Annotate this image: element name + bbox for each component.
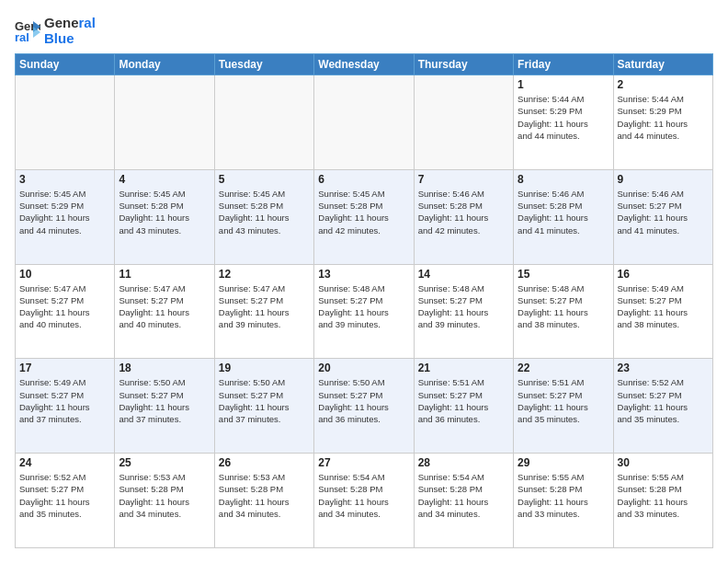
calendar-day-18: 18Sunrise: 5:50 AMSunset: 5:27 PMDayligh…: [115, 359, 214, 454]
logo-text: General Blue: [44, 15, 96, 46]
day-number: 17: [19, 362, 110, 374]
page: Gene ral General Blue SundayMondayTuesda…: [0, 0, 728, 563]
day-info: Sunrise: 5:53 AMSunset: 5:28 PMDaylight:…: [219, 471, 310, 520]
calendar-empty-cell: [314, 75, 414, 170]
calendar-empty-cell: [16, 75, 115, 170]
calendar-day-16: 16Sunrise: 5:49 AMSunset: 5:27 PMDayligh…: [613, 264, 712, 359]
day-info: Sunrise: 5:44 AMSunset: 5:29 PMDaylight:…: [618, 93, 709, 142]
day-info: Sunrise: 5:53 AMSunset: 5:28 PMDaylight:…: [119, 471, 210, 520]
calendar-empty-cell: [214, 75, 313, 170]
calendar-day-7: 7Sunrise: 5:46 AMSunset: 5:28 PMDaylight…: [414, 169, 513, 264]
day-number: 11: [119, 268, 210, 281]
day-info: Sunrise: 5:46 AMSunset: 5:27 PMDaylight:…: [618, 188, 709, 236]
day-number: 20: [318, 362, 409, 374]
day-info: Sunrise: 5:54 AMSunset: 5:28 PMDaylight:…: [318, 471, 409, 520]
day-info: Sunrise: 5:50 AMSunset: 5:27 PMDaylight:…: [219, 376, 310, 425]
calendar-week-row: 10Sunrise: 5:47 AMSunset: 5:27 PMDayligh…: [16, 264, 713, 359]
day-info: Sunrise: 5:51 AMSunset: 5:27 PMDaylight:…: [518, 376, 609, 425]
calendar-day-10: 10Sunrise: 5:47 AMSunset: 5:27 PMDayligh…: [16, 264, 115, 359]
calendar-day-24: 24Sunrise: 5:52 AMSunset: 5:27 PMDayligh…: [16, 454, 115, 548]
calendar-day-13: 13Sunrise: 5:48 AMSunset: 5:27 PMDayligh…: [314, 264, 414, 359]
calendar-day-4: 4Sunrise: 5:45 AMSunset: 5:28 PMDaylight…: [115, 169, 214, 264]
logo-icon: Gene ral: [15, 17, 40, 43]
calendar-week-row: 1Sunrise: 5:44 AMSunset: 5:29 PMDaylight…: [16, 75, 713, 170]
weekday-header-sunday: Sunday: [16, 54, 115, 75]
day-number: 28: [418, 456, 509, 469]
day-number: 8: [518, 173, 609, 186]
day-number: 30: [618, 456, 709, 469]
calendar-day-28: 28Sunrise: 5:54 AMSunset: 5:28 PMDayligh…: [414, 454, 513, 548]
day-number: 4: [119, 173, 210, 186]
day-info: Sunrise: 5:45 AMSunset: 5:28 PMDaylight:…: [219, 188, 310, 236]
day-number: 29: [518, 456, 609, 469]
weekday-header-tuesday: Tuesday: [214, 54, 313, 75]
day-number: 10: [19, 268, 110, 281]
day-info: Sunrise: 5:51 AMSunset: 5:27 PMDaylight:…: [418, 376, 509, 425]
calendar-day-23: 23Sunrise: 5:52 AMSunset: 5:27 PMDayligh…: [613, 359, 712, 454]
day-info: Sunrise: 5:52 AMSunset: 5:27 PMDaylight:…: [19, 471, 110, 520]
calendar-day-22: 22Sunrise: 5:51 AMSunset: 5:27 PMDayligh…: [514, 359, 613, 454]
day-number: 15: [518, 268, 609, 281]
day-number: 21: [418, 362, 509, 374]
calendar-day-27: 27Sunrise: 5:54 AMSunset: 5:28 PMDayligh…: [314, 454, 414, 548]
day-number: 14: [418, 268, 509, 281]
calendar-day-2: 2Sunrise: 5:44 AMSunset: 5:29 PMDaylight…: [613, 75, 712, 170]
calendar-day-11: 11Sunrise: 5:47 AMSunset: 5:27 PMDayligh…: [115, 264, 214, 359]
day-number: 9: [618, 173, 709, 186]
calendar-day-6: 6Sunrise: 5:45 AMSunset: 5:28 PMDaylight…: [314, 169, 414, 264]
day-number: 1: [518, 78, 609, 91]
weekday-header-saturday: Saturday: [613, 54, 712, 75]
day-number: 23: [618, 362, 709, 374]
calendar-day-29: 29Sunrise: 5:55 AMSunset: 5:28 PMDayligh…: [514, 454, 613, 548]
svg-text:ral: ral: [15, 30, 29, 43]
day-number: 2: [618, 78, 709, 91]
calendar-week-row: 3Sunrise: 5:45 AMSunset: 5:29 PMDaylight…: [16, 169, 713, 264]
weekday-header-row: SundayMondayTuesdayWednesdayThursdayFrid…: [16, 54, 713, 75]
day-number: 6: [318, 173, 409, 186]
day-number: 27: [318, 456, 409, 469]
day-number: 25: [119, 456, 210, 469]
day-number: 22: [518, 362, 609, 374]
day-info: Sunrise: 5:45 AMSunset: 5:28 PMDaylight:…: [119, 188, 210, 236]
calendar-table: SundayMondayTuesdayWednesdayThursdayFrid…: [15, 53, 713, 548]
day-info: Sunrise: 5:48 AMSunset: 5:27 PMDaylight:…: [318, 282, 409, 331]
header: Gene ral General Blue: [15, 15, 713, 46]
calendar-week-row: 24Sunrise: 5:52 AMSunset: 5:27 PMDayligh…: [16, 454, 713, 548]
day-number: 5: [219, 173, 310, 186]
day-info: Sunrise: 5:48 AMSunset: 5:27 PMDaylight:…: [518, 282, 609, 331]
calendar-day-19: 19Sunrise: 5:50 AMSunset: 5:27 PMDayligh…: [214, 359, 313, 454]
day-info: Sunrise: 5:50 AMSunset: 5:27 PMDaylight:…: [318, 376, 409, 425]
day-number: 3: [19, 173, 110, 186]
calendar-day-14: 14Sunrise: 5:48 AMSunset: 5:27 PMDayligh…: [414, 264, 513, 359]
day-info: Sunrise: 5:46 AMSunset: 5:28 PMDaylight:…: [518, 188, 609, 236]
day-number: 18: [119, 362, 210, 374]
day-number: 7: [418, 173, 509, 186]
day-info: Sunrise: 5:49 AMSunset: 5:27 PMDaylight:…: [19, 376, 110, 425]
calendar-empty-cell: [414, 75, 513, 170]
day-number: 19: [219, 362, 310, 374]
calendar-day-26: 26Sunrise: 5:53 AMSunset: 5:28 PMDayligh…: [214, 454, 313, 548]
day-info: Sunrise: 5:47 AMSunset: 5:27 PMDaylight:…: [119, 282, 210, 331]
day-info: Sunrise: 5:47 AMSunset: 5:27 PMDaylight:…: [219, 282, 310, 331]
day-info: Sunrise: 5:45 AMSunset: 5:29 PMDaylight:…: [19, 188, 110, 236]
calendar-day-15: 15Sunrise: 5:48 AMSunset: 5:27 PMDayligh…: [514, 264, 613, 359]
day-info: Sunrise: 5:55 AMSunset: 5:28 PMDaylight:…: [518, 471, 609, 520]
day-info: Sunrise: 5:45 AMSunset: 5:28 PMDaylight:…: [318, 188, 409, 236]
day-number: 24: [19, 456, 110, 469]
day-info: Sunrise: 5:44 AMSunset: 5:29 PMDaylight:…: [518, 93, 609, 142]
weekday-header-monday: Monday: [115, 54, 214, 75]
day-info: Sunrise: 5:54 AMSunset: 5:28 PMDaylight:…: [418, 471, 509, 520]
day-number: 26: [219, 456, 310, 469]
calendar-day-20: 20Sunrise: 5:50 AMSunset: 5:27 PMDayligh…: [314, 359, 414, 454]
calendar-day-12: 12Sunrise: 5:47 AMSunset: 5:27 PMDayligh…: [214, 264, 313, 359]
calendar-day-8: 8Sunrise: 5:46 AMSunset: 5:28 PMDaylight…: [514, 169, 613, 264]
day-number: 12: [219, 268, 310, 281]
calendar-day-25: 25Sunrise: 5:53 AMSunset: 5:28 PMDayligh…: [115, 454, 214, 548]
calendar-day-3: 3Sunrise: 5:45 AMSunset: 5:29 PMDaylight…: [16, 169, 115, 264]
weekday-header-thursday: Thursday: [414, 54, 513, 75]
weekday-header-wednesday: Wednesday: [314, 54, 414, 75]
day-info: Sunrise: 5:48 AMSunset: 5:27 PMDaylight:…: [418, 282, 509, 331]
day-info: Sunrise: 5:49 AMSunset: 5:27 PMDaylight:…: [618, 282, 709, 331]
day-info: Sunrise: 5:46 AMSunset: 5:28 PMDaylight:…: [418, 188, 509, 236]
day-info: Sunrise: 5:47 AMSunset: 5:27 PMDaylight:…: [19, 282, 110, 331]
